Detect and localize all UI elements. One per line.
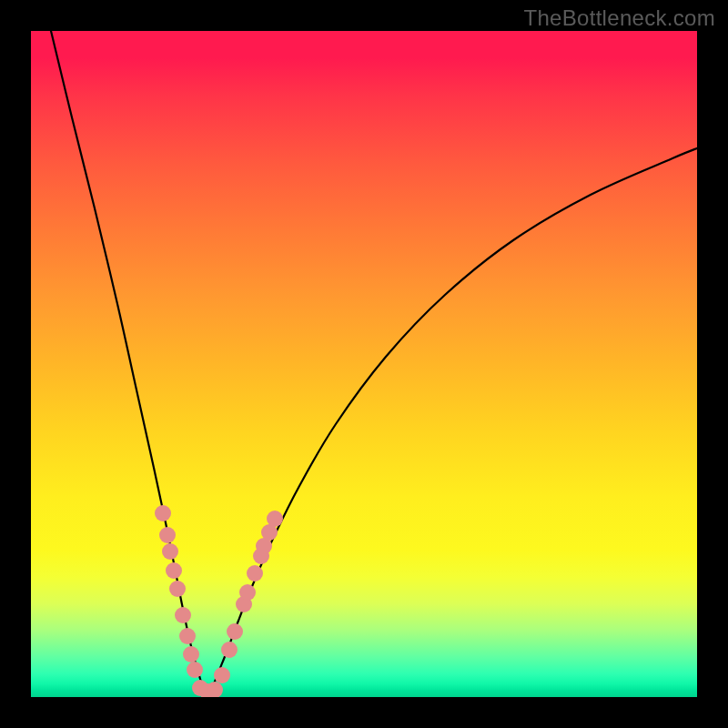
chart-overlay: [31, 31, 697, 697]
data-point: [169, 581, 186, 597]
data-point: [227, 623, 243, 640]
data-point: [267, 511, 283, 527]
data-point: [162, 543, 178, 560]
data-point: [239, 584, 256, 601]
chart-frame: TheBottleneck.com: [0, 0, 728, 728]
data-point: [183, 646, 199, 662]
data-point: [179, 628, 196, 644]
curve-right-branch: [211, 148, 697, 691]
data-points-group: [155, 505, 283, 697]
watermark-text: TheBottleneck.com: [523, 5, 715, 31]
data-point: [159, 527, 176, 543]
data-point: [214, 667, 230, 683]
data-point: [221, 642, 238, 658]
data-point: [166, 562, 182, 579]
plot-area: [31, 31, 697, 697]
data-point: [247, 565, 263, 581]
data-point: [175, 607, 191, 623]
data-point: [187, 662, 203, 678]
data-point: [155, 505, 171, 521]
